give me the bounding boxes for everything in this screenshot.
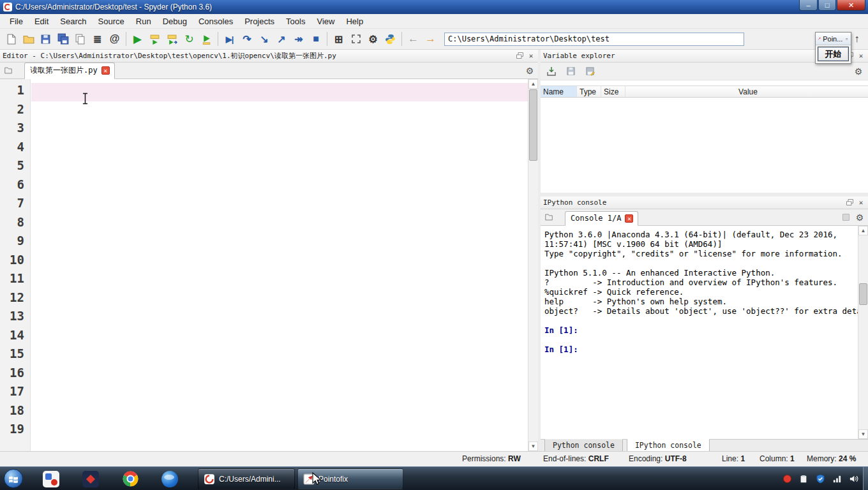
column-size[interactable]: Size bbox=[601, 86, 625, 97]
variable-explorer-options-gear-icon[interactable]: ⚙ bbox=[854, 67, 863, 76]
tab-close-icon[interactable]: ✕ bbox=[625, 214, 633, 223]
python-icon[interactable] bbox=[382, 31, 399, 48]
chrome-icon[interactable] bbox=[120, 469, 140, 489]
volume-icon[interactable] bbox=[848, 473, 859, 485]
menu-item-tools[interactable]: Tools bbox=[280, 15, 311, 28]
line-number: 14 bbox=[0, 328, 30, 347]
scrollbar-thumb[interactable] bbox=[859, 283, 867, 305]
step-out-icon[interactable]: ↗ bbox=[273, 31, 290, 48]
save-icon[interactable] bbox=[37, 31, 54, 48]
menu-item-consoles[interactable]: Consoles bbox=[193, 15, 239, 28]
console-output[interactable]: Python 3.6.0 |Anaconda 4.3.1 (64-bit)| (… bbox=[541, 226, 858, 439]
browser-icon[interactable] bbox=[160, 469, 180, 489]
column-name[interactable]: Name bbox=[541, 86, 577, 97]
step-over-icon[interactable]: ↷ bbox=[238, 31, 255, 48]
console-line bbox=[544, 316, 858, 325]
save-all-icon[interactable] bbox=[54, 31, 71, 48]
run-icon[interactable]: ▶ bbox=[129, 31, 146, 48]
file-switcher-icon[interactable] bbox=[71, 31, 89, 48]
browse-tabs-icon[interactable] bbox=[544, 213, 553, 222]
browse-tabs-icon[interactable] bbox=[4, 66, 13, 75]
line-number: 18 bbox=[0, 403, 30, 422]
save-data-icon[interactable] bbox=[565, 66, 576, 77]
tab-python-console[interactable]: Python console bbox=[544, 439, 623, 452]
run-cell-icon[interactable] bbox=[146, 31, 163, 48]
line-number: 13 bbox=[0, 309, 30, 328]
maximize-pane-icon[interactable]: ⊞ bbox=[330, 31, 347, 48]
run-cell-advance-icon[interactable] bbox=[163, 31, 181, 48]
debug-continue-icon[interactable]: ↠ bbox=[290, 31, 307, 48]
console-prompt: In [1]: bbox=[544, 345, 858, 354]
close-pane-icon[interactable]: ✕ bbox=[527, 52, 535, 61]
rerun-cell-icon[interactable]: ↻ bbox=[181, 31, 198, 48]
close-pane-icon[interactable]: ✕ bbox=[857, 52, 865, 61]
scroll-up-icon[interactable]: ▲ bbox=[858, 226, 868, 235]
taskbar-button-pointofix[interactable]: Pointofix bbox=[297, 468, 403, 489]
menu-item-search[interactable]: Search bbox=[54, 15, 92, 28]
run-selection-icon[interactable] bbox=[198, 31, 215, 48]
step-into-icon[interactable]: ↘ bbox=[255, 31, 273, 48]
column-type[interactable]: Type bbox=[577, 86, 601, 97]
tab-ipython-console[interactable]: IPython console bbox=[627, 439, 710, 452]
pointofix-pin-icon[interactable]: ▫ bbox=[844, 34, 849, 43]
menu-item-run[interactable]: Run bbox=[130, 15, 157, 28]
editor-pane-header: Editor - C:\Users\Administrator\Desktop\… bbox=[0, 50, 538, 63]
menu-item-debug[interactable]: Debug bbox=[157, 15, 193, 28]
preferences-wrench-icon[interactable]: ⚙ bbox=[364, 31, 382, 48]
security-shield-icon[interactable] bbox=[814, 473, 826, 485]
column-value[interactable]: Value bbox=[625, 86, 868, 97]
outline-icon[interactable]: ≣ bbox=[89, 31, 106, 48]
variable-table-body[interactable] bbox=[541, 98, 868, 193]
editor-tab[interactable]: 读取第一张图片.py ✕ bbox=[24, 63, 115, 79]
undock-icon[interactable] bbox=[515, 52, 524, 61]
console-scrollbar[interactable]: ▲ ▼ bbox=[858, 226, 868, 439]
interrupt-kernel-icon[interactable] bbox=[841, 213, 850, 222]
action-center-icon[interactable] bbox=[798, 473, 809, 485]
menu-item-source[interactable]: Source bbox=[93, 15, 130, 28]
symbol-finder-icon[interactable]: @ bbox=[106, 31, 123, 48]
menu-item-file[interactable]: File bbox=[4, 15, 29, 28]
undock-icon[interactable] bbox=[845, 198, 854, 207]
debug-stop-icon[interactable]: ■ bbox=[307, 31, 324, 48]
fullscreen-icon[interactable] bbox=[347, 31, 364, 48]
title-bar[interactable]: C:/Users/Administrator/Desktop/test - Sp… bbox=[0, 0, 868, 14]
maximize-button[interactable]: □ bbox=[818, 0, 836, 11]
console-options-gear-icon[interactable]: ⚙ bbox=[855, 213, 864, 222]
scrollbar-thumb[interactable] bbox=[529, 89, 537, 161]
console-tab[interactable]: Console 1/A ✕ bbox=[565, 211, 638, 226]
editor-code-area[interactable]: 12345678910111213141516171819 ▲ ▼ bbox=[0, 79, 538, 451]
menu-item-view[interactable]: View bbox=[311, 15, 340, 28]
scroll-down-icon[interactable]: ▼ bbox=[858, 429, 868, 439]
menu-item-help[interactable]: Help bbox=[340, 15, 369, 28]
menu-item-projects[interactable]: Projects bbox=[239, 15, 280, 28]
menu-item-edit[interactable]: Edit bbox=[29, 15, 54, 28]
app-icon-1[interactable] bbox=[41, 469, 61, 489]
app-icon-2[interactable] bbox=[80, 469, 101, 489]
new-file-icon[interactable] bbox=[3, 31, 20, 48]
open-file-icon[interactable] bbox=[20, 31, 37, 48]
pointofix-start-button[interactable]: 开始 bbox=[818, 47, 849, 61]
editor-scrollbar[interactable]: ▲ ▼ bbox=[528, 79, 538, 451]
network-icon[interactable] bbox=[831, 473, 842, 485]
start-button[interactable] bbox=[4, 469, 23, 488]
minimize-button[interactable]: – bbox=[799, 0, 818, 11]
pointofix-taskbar-icon bbox=[303, 473, 315, 485]
scroll-up-icon[interactable]: ▲ bbox=[528, 79, 538, 89]
console-line: 11:57:41) [MSC v.1900 64 bit (AMD64)] bbox=[544, 239, 858, 249]
save-data-as-icon[interactable] bbox=[584, 66, 595, 77]
close-pane-icon[interactable]: ✕ bbox=[857, 198, 865, 207]
forward-icon[interactable]: → bbox=[422, 31, 439, 48]
scroll-down-icon[interactable]: ▼ bbox=[528, 442, 538, 451]
taskbar-button-spyder[interactable]: C:/Users/Admini... bbox=[198, 468, 295, 489]
pointofix-titlebar[interactable]: Poin... ▫ bbox=[816, 33, 851, 45]
pointofix-window[interactable]: Poin... ▫ 开始 bbox=[815, 32, 851, 64]
debug-file-icon[interactable]: ▶| bbox=[221, 31, 238, 48]
show-desktop-button[interactable] bbox=[863, 467, 868, 490]
back-icon[interactable]: ← bbox=[405, 31, 422, 48]
close-button[interactable]: ✕ bbox=[837, 0, 865, 11]
import-data-icon[interactable] bbox=[546, 66, 557, 77]
tab-close-icon[interactable]: ✕ bbox=[101, 66, 110, 75]
editor-options-gear-icon[interactable]: ⚙ bbox=[525, 66, 534, 75]
working-directory-input[interactable] bbox=[444, 33, 744, 46]
notification-red-icon[interactable] bbox=[781, 473, 793, 485]
